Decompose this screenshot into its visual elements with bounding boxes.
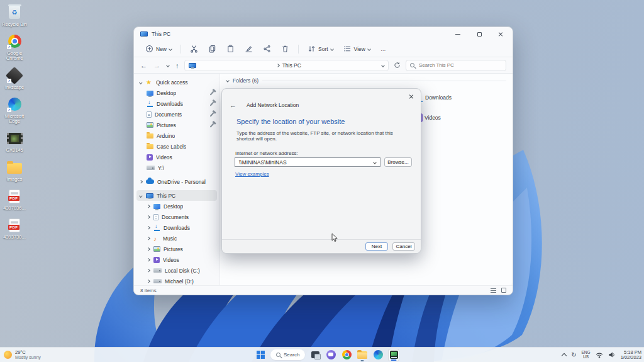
sidebar-item-pc-pictures[interactable]: Pictures: [136, 244, 217, 254]
chat-button[interactable]: [325, 349, 336, 361]
chrome-taskbar-button[interactable]: [341, 349, 352, 361]
dialog-close-button[interactable]: [407, 93, 416, 100]
minimize-button[interactable]: [455, 31, 461, 37]
sidebar-item-pc-documents[interactable]: Documents: [136, 212, 217, 222]
start-button[interactable]: [255, 349, 266, 361]
details-view-icon[interactable]: [491, 288, 496, 293]
sync-icon[interactable]: ↻: [571, 351, 576, 358]
folders-group-header[interactable]: Folders (6): [226, 77, 506, 84]
icon-label: 4307036...: [3, 206, 25, 211]
dialog-footer: Next Cancel: [222, 239, 421, 253]
date: 1/02/2023: [621, 355, 641, 360]
sidebar-item-y-drive[interactable]: Y:\: [136, 162, 217, 173]
desktop-icon: [153, 204, 160, 209]
address-value: \\MININAS\MiniNAS: [239, 159, 287, 166]
shortcut-arrow-icon: [7, 108, 11, 112]
desktop-icon-pdf-2[interactable]: PDF 4393730...: [0, 217, 29, 240]
recent-locations-chevron[interactable]: [166, 64, 170, 67]
desktop-icon-inkscape[interactable]: Inkscape: [0, 67, 29, 90]
sidebar-item-quick-access[interactable]: Quick access: [136, 77, 217, 88]
sidebar-item-documents[interactable]: Documents: [136, 109, 217, 120]
desktop-icon-images-folder[interactable]: Images: [0, 159, 29, 182]
edge-taskbar-button[interactable]: [372, 349, 384, 361]
volume-icon[interactable]: [608, 351, 616, 358]
add-network-location-dialog: ← Add Network Location Specify the locat…: [221, 88, 421, 254]
sidebar-item-this-pc[interactable]: This PC: [136, 190, 217, 201]
desktop-icon-pdf-1[interactable]: PDF 4307036...: [0, 188, 29, 211]
breadcrumb-chevron-icon: [276, 64, 280, 67]
refresh-icon[interactable]: [394, 62, 401, 69]
chevron-down-icon: [373, 161, 377, 164]
desktop-icon-video-file[interactable]: GX0145: [0, 130, 29, 153]
share-icon: [263, 45, 271, 53]
cut-button[interactable]: [186, 43, 202, 55]
folder-icon: [147, 144, 153, 149]
sidebar-item-arduino[interactable]: Arduino: [136, 130, 217, 141]
language-indicator[interactable]: ENG US: [582, 351, 591, 359]
wifi-icon[interactable]: [596, 352, 603, 358]
address-field-label: Internet or network address:: [235, 150, 298, 156]
folder-tile-videos[interactable]: Videos: [411, 108, 504, 128]
large-icons-view-icon[interactable]: [501, 288, 506, 293]
close-button[interactable]: [497, 31, 504, 37]
maximize-button[interactable]: [476, 31, 482, 37]
sidebar-item-pc-desktop[interactable]: Desktop: [136, 201, 217, 212]
search-input[interactable]: [418, 62, 502, 69]
document-icon: [147, 111, 152, 118]
sidebar-item-pc-music[interactable]: Music: [136, 233, 217, 244]
sidebar-item-local-disk-c[interactable]: Local Disk (C:): [136, 265, 217, 276]
status-bar: 8 items: [134, 285, 513, 295]
new-button[interactable]: New: [142, 43, 175, 55]
address-combobox[interactable]: \\MININAS\MiniNAS: [235, 157, 380, 167]
view-button[interactable]: View: [340, 43, 374, 55]
sidebar-item-case-labels[interactable]: Case Labels: [136, 141, 217, 152]
taskbar-search[interactable]: Search: [270, 349, 305, 360]
desktop-icon-microsoft-edge[interactable]: Microsoft Edge: [0, 96, 29, 124]
trash-icon: [281, 45, 289, 53]
dialog-back-button[interactable]: ←: [230, 101, 236, 109]
search-box[interactable]: [406, 60, 506, 71]
sidebar-item-pc-videos[interactable]: Videos: [136, 254, 217, 265]
this-pc-icon: [189, 63, 196, 68]
sidebar-item-michael-d[interactable]: Michael (D:): [136, 276, 217, 285]
breadcrumb[interactable]: This PC: [282, 62, 301, 69]
rename-button[interactable]: [241, 43, 257, 55]
up-button[interactable]: ↑: [175, 62, 179, 69]
desktop-icon-google-chrome[interactable]: Google Chrome: [0, 33, 29, 61]
view-examples-link[interactable]: View examples: [235, 171, 269, 177]
more-options-button[interactable]: …: [377, 44, 390, 54]
task-view-button[interactable]: [309, 349, 321, 361]
pin-icon: [210, 91, 214, 95]
sidebar-item-onedrive[interactable]: OneDrive - Personal: [136, 176, 217, 187]
sidebar-item-pc-downloads[interactable]: Downloads: [136, 222, 217, 233]
address-dropdown-chevron[interactable]: [381, 64, 385, 67]
next-button[interactable]: Next: [365, 242, 388, 251]
share-button[interactable]: [259, 43, 275, 55]
weather-widget[interactable]: 29°C Mostly sunny: [4, 350, 41, 360]
chrome-icon: [342, 350, 352, 359]
sidebar-item-downloads[interactable]: Downloads: [136, 98, 217, 109]
copy-button[interactable]: [204, 43, 220, 55]
sidebar-item-videos[interactable]: Videos: [136, 152, 217, 162]
chat-icon: [326, 350, 336, 359]
forward-button[interactable]: →: [153, 62, 160, 69]
sort-button[interactable]: Sort: [304, 43, 337, 55]
folder-tile-downloads[interactable]: Downloads: [411, 88, 504, 108]
browse-button[interactable]: Browse...: [384, 157, 412, 167]
file-explorer-taskbar-button[interactable]: [357, 349, 368, 361]
active-app-taskbar-button[interactable]: [388, 349, 399, 361]
hidden-icons-chevron[interactable]: [562, 353, 566, 357]
clock[interactable]: 5:18 PM 1/02/2023: [621, 350, 641, 360]
desktop-icon-recycle-bin[interactable]: ♻ Recycle Bin: [0, 4, 29, 27]
title-bar[interactable]: This PC: [134, 27, 513, 41]
cancel-button[interactable]: Cancel: [392, 242, 415, 251]
icon-label: Microsoft Edge: [1, 114, 28, 124]
back-button[interactable]: ←: [140, 62, 147, 69]
delete-button[interactable]: [277, 43, 293, 55]
active-app-icon: [390, 351, 398, 359]
sidebar-item-pictures[interactable]: Pictures: [136, 120, 217, 130]
sidebar-item-desktop[interactable]: Desktop: [136, 88, 217, 98]
address-bar[interactable]: This PC: [184, 60, 389, 71]
weather-temp: 29°C: [15, 350, 41, 355]
paste-button[interactable]: [223, 43, 238, 55]
